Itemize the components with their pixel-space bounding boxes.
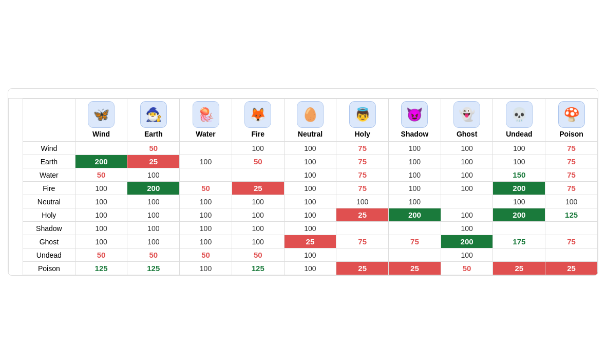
- col-label-wind: Wind: [77, 130, 126, 138]
- table-row: Neutral10010010010010010010025100100: [23, 195, 598, 208]
- table-row: Ghost10010010010025757520017575: [23, 235, 598, 248]
- cell-water-shadow: 100: [389, 168, 441, 182]
- cell-earth-undead: 100: [493, 155, 545, 168]
- col-header-undead: 💀Undead: [493, 99, 545, 142]
- cell-wind-wind: 25: [75, 142, 127, 155]
- cell-fire-shadow: 100: [389, 182, 441, 195]
- cell-shadow-poison: 25: [545, 222, 598, 235]
- cell-holy-wind: 100: [75, 208, 127, 222]
- icon-undead: 💀: [506, 101, 533, 128]
- cell-ghost-ghost: 200: [441, 235, 493, 248]
- cell-water-undead: 150: [493, 168, 545, 182]
- row-label-undead: Undead: [23, 248, 75, 262]
- cell-ghost-undead: 175: [493, 235, 545, 248]
- cell-shadow-holy: 200: [336, 222, 389, 235]
- cell-shadow-water: 100: [180, 222, 232, 235]
- cell-undead-undead: 25: [493, 248, 545, 262]
- cell-poison-earth: 125: [127, 262, 180, 275]
- cell-water-holy: 75: [336, 168, 389, 182]
- cell-undead-fire: 50: [232, 248, 284, 262]
- cell-undead-water: 50: [180, 248, 232, 262]
- cell-wind-holy: 75: [336, 142, 389, 155]
- cell-earth-shadow: 100: [389, 155, 441, 168]
- cell-earth-water: 100: [180, 155, 232, 168]
- cell-shadow-ghost: 100: [441, 222, 493, 235]
- col-label-undead: Undead: [494, 130, 544, 138]
- icon-water: 🪼: [193, 101, 219, 128]
- cell-fire-neutral: 100: [284, 182, 336, 195]
- col-header-ghost: 👻Ghost: [441, 99, 493, 142]
- cell-water-ghost: 100: [441, 168, 493, 182]
- cell-ghost-neutral: 25: [284, 235, 336, 248]
- cell-water-wind: 50: [75, 168, 127, 182]
- cell-holy-earth: 100: [127, 208, 180, 222]
- icon-shadow: 😈: [401, 101, 428, 128]
- col-header-wind: 🦋Wind: [75, 99, 127, 142]
- cell-wind-undead: 100: [493, 142, 545, 155]
- cell-fire-water: 50: [180, 182, 232, 195]
- cell-holy-undead: 200: [493, 208, 545, 222]
- row-label-earth: Earth: [23, 155, 75, 168]
- cell-undead-holy: 25: [336, 248, 389, 262]
- cell-holy-poison: 125: [545, 208, 598, 222]
- cell-ghost-water: 100: [180, 235, 232, 248]
- col-label-ghost: Ghost: [442, 130, 492, 138]
- cell-fire-fire: 25: [232, 182, 284, 195]
- table-row: Wind25502001001007510010010075: [23, 142, 598, 155]
- cell-neutral-holy: 100: [336, 195, 389, 208]
- row-label-wind: Wind: [23, 142, 75, 155]
- cell-fire-undead: 200: [493, 182, 545, 195]
- cell-neutral-ghost: 25: [441, 195, 493, 208]
- effectiveness-table: 🦋Wind🧙‍♂️Earth🪼Water🦊Fire🥚Neutral👼Holy😈S…: [23, 99, 598, 275]
- cell-shadow-fire: 100: [232, 222, 284, 235]
- cell-wind-neutral: 100: [284, 142, 336, 155]
- cell-earth-fire: 50: [232, 155, 284, 168]
- cell-earth-poison: 75: [545, 155, 598, 168]
- row-label-fire: Fire: [23, 182, 75, 195]
- cell-poison-poison: 25: [545, 262, 598, 275]
- cell-ghost-poison: 75: [545, 235, 598, 248]
- cell-ghost-fire: 100: [232, 235, 284, 248]
- table-row: Earth20025100501007510010010075: [23, 155, 598, 168]
- cell-water-fire: 200: [232, 168, 284, 182]
- col-header-earth: 🧙‍♂️Earth: [127, 99, 180, 142]
- cell-fire-wind: 100: [75, 182, 127, 195]
- cell-holy-shadow: 200: [389, 208, 441, 222]
- icon-fire: 🦊: [244, 101, 271, 128]
- table-row: Holy10010010010010025200100200125: [23, 208, 598, 222]
- row-label-holy: Holy: [23, 208, 75, 222]
- cell-poison-holy: 25: [336, 262, 389, 275]
- attacker-label: [8, 99, 23, 275]
- cell-earth-ghost: 100: [441, 155, 493, 168]
- cell-wind-shadow: 100: [389, 142, 441, 155]
- cell-neutral-fire: 100: [232, 195, 284, 208]
- cell-fire-holy: 75: [336, 182, 389, 195]
- cell-undead-wind: 50: [75, 248, 127, 262]
- cell-fire-poison: 75: [545, 182, 598, 195]
- row-label-ghost: Ghost: [23, 235, 75, 248]
- cell-neutral-undead: 100: [493, 195, 545, 208]
- cell-poison-neutral: 100: [284, 262, 336, 275]
- cell-poison-fire: 125: [232, 262, 284, 275]
- cell-holy-ghost: 100: [441, 208, 493, 222]
- cell-shadow-neutral: 100: [284, 222, 336, 235]
- cell-ghost-wind: 100: [75, 235, 127, 248]
- cell-neutral-shadow: 100: [389, 195, 441, 208]
- cell-poison-wind: 125: [75, 262, 127, 275]
- cell-wind-poison: 75: [545, 142, 598, 155]
- col-header-neutral: 🥚Neutral: [284, 99, 336, 142]
- col-label-fire: Fire: [233, 130, 283, 138]
- cell-shadow-earth: 100: [127, 222, 180, 235]
- cell-undead-shadow: 25: [389, 248, 441, 262]
- row-label-neutral: Neutral: [23, 195, 75, 208]
- cell-earth-wind: 200: [75, 155, 127, 168]
- col-header-fire: 🦊Fire: [232, 99, 284, 142]
- target-header: [8, 89, 598, 99]
- cell-ghost-holy: 75: [336, 235, 389, 248]
- cell-water-poison: 75: [545, 168, 598, 182]
- col-label-neutral: Neutral: [286, 130, 335, 138]
- cell-ghost-shadow: 75: [389, 235, 441, 248]
- col-header-holy: 👼Holy: [336, 99, 389, 142]
- cell-holy-holy: 25: [336, 208, 389, 222]
- col-label-shadow: Shadow: [390, 130, 440, 138]
